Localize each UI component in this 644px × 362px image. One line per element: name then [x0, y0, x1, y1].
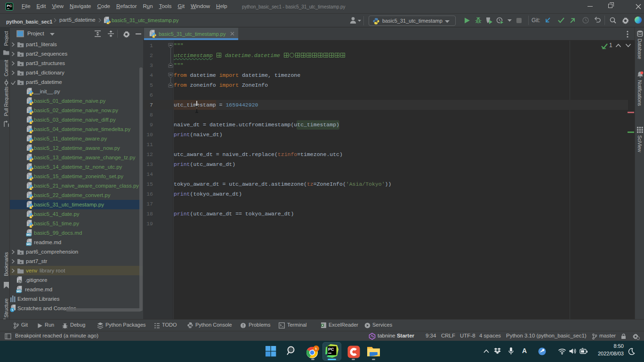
svg-text:PC: PC: [328, 347, 334, 352]
